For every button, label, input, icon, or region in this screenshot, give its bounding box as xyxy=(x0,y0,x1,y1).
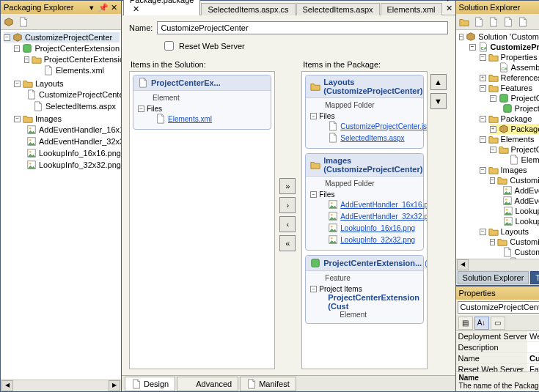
tree-node[interactable]: −ProjectCenterExtension xyxy=(490,93,539,103)
manifest-tab[interactable]: Manifest xyxy=(240,377,296,391)
tab-selecteditems-aspx[interactable]: SelectedItems.aspx xyxy=(296,3,380,15)
expander-icon[interactable]: − xyxy=(480,85,486,92)
expander-icon[interactable]: − xyxy=(490,95,496,102)
move-left-button[interactable]: « xyxy=(279,235,296,251)
property-row[interactable]: NameCustomizeProje xyxy=(456,353,539,364)
view-icon[interactable] xyxy=(518,17,528,27)
expander-icon[interactable]: − xyxy=(14,45,20,52)
expander-icon[interactable]: − xyxy=(310,286,317,292)
tree-leaf[interactable]: AddEventHandler_16x16.png xyxy=(24,125,120,135)
tree-leaf[interactable]: AddEventHandler_16x16.pn xyxy=(500,185,539,196)
solution-explorer-title-bar[interactable]: Solution Explorer ▾ 📌 ✕ xyxy=(456,1,539,14)
packaging-explorer-title-bar[interactable]: Packaging Explorer ▾ 📌 ✕ xyxy=(1,1,121,14)
tree-leaf[interactable]: CustomizeProjectCenter.js xyxy=(24,89,120,100)
expander-icon[interactable]: − xyxy=(138,106,144,112)
expander-icon[interactable]: − xyxy=(24,56,29,63)
property-pages-button[interactable]: ▭ xyxy=(491,317,505,330)
edit-link[interactable]: (Edit) xyxy=(425,259,427,267)
home-icon[interactable] xyxy=(459,17,469,27)
expander-icon[interactable]: − xyxy=(480,54,486,61)
tree-leaf[interactable]: AddEventHandler_32x32.pn xyxy=(500,196,539,206)
expander-icon[interactable]: + xyxy=(480,75,486,81)
categorized-button[interactable]: ▤ xyxy=(458,317,473,330)
expander-icon[interactable]: − xyxy=(459,34,464,40)
tree-leaf[interactable]: Elements.xml xyxy=(500,155,539,165)
view-icon[interactable] xyxy=(18,17,29,27)
tree-leaf[interactable]: AddEventHandler_32x32.png xyxy=(24,136,120,147)
tree-leaf[interactable]: LookupInfo_16x16.png xyxy=(24,148,120,158)
close-icon[interactable]: ✕ xyxy=(109,4,118,12)
tree-leaf-selected[interactable]: +Package.package xyxy=(490,124,539,134)
properties-icon[interactable] xyxy=(503,17,513,27)
name-input[interactable] xyxy=(157,21,447,34)
alphabetical-button[interactable]: A↓ xyxy=(474,317,489,330)
file-link[interactable]: Elements.xml xyxy=(155,113,266,125)
expander-icon[interactable]: − xyxy=(480,116,486,122)
dropdown-icon[interactable]: ▾ xyxy=(87,4,96,12)
expander-icon[interactable]: − xyxy=(310,113,317,119)
expander-icon[interactable]: − xyxy=(490,177,496,184)
expander-icon[interactable]: − xyxy=(310,191,317,198)
refresh-icon[interactable] xyxy=(474,17,484,27)
expander-icon[interactable]: − xyxy=(14,81,21,87)
design-tab[interactable]: Design xyxy=(125,377,175,391)
tree-node[interactable]: −Elements xyxy=(480,134,539,144)
tree-node[interactable]: −CustomizeProjectCenter xyxy=(490,175,539,185)
property-row[interactable]: Deployment Server TypeWebFrontEnd xyxy=(456,331,539,342)
tree-leaf[interactable]: ProjectCenterExtension.feat xyxy=(500,103,539,114)
tree-root[interactable]: − CustomizeProjectCenter xyxy=(4,32,120,42)
file-link[interactable]: SelectedItems.aspx xyxy=(328,132,418,144)
expander-icon[interactable]: + xyxy=(490,126,496,133)
move-down-button[interactable]: ▼ xyxy=(430,93,447,109)
tree-leaf[interactable]: Elements.xml xyxy=(34,65,120,75)
expander-icon[interactable]: − xyxy=(480,136,486,143)
tab-selecteditems-cs[interactable]: SelectedItems.aspx.cs xyxy=(201,3,295,15)
showall-icon[interactable] xyxy=(488,17,499,27)
expander-icon[interactable]: − xyxy=(480,229,486,235)
horizontal-scrollbar[interactable]: ◀ ▶ xyxy=(1,380,121,391)
file-link[interactable]: AddEventHandler_16x16.png xyxy=(328,199,418,210)
solution-explorer-tab[interactable]: Solution Explorer xyxy=(458,271,529,284)
expander-icon[interactable]: − xyxy=(469,44,476,51)
tabs-close-icon[interactable]: ✕ xyxy=(446,4,452,12)
horizontal-scrollbar[interactable]: ◀ ▶ xyxy=(456,259,539,270)
tree-node[interactable]: −ProjectCenterExtension xyxy=(24,54,120,64)
property-row[interactable]: Reset Web ServerFalse xyxy=(456,364,539,371)
tabs-dropdown-icon[interactable]: ▾ xyxy=(446,0,450,3)
tree-node[interactable]: −Images xyxy=(480,165,539,175)
scroll-right-icon[interactable]: ▶ xyxy=(109,380,120,391)
tree-leaf[interactable]: LookupInfo_32x32.png xyxy=(24,160,120,170)
team-explorer-tab[interactable]: Team Explorer xyxy=(530,271,539,284)
tree-leaf[interactable]: LookupInfo_16x16.png xyxy=(500,206,539,216)
tree-node[interactable]: −Layouts xyxy=(480,226,539,237)
file-link[interactable]: AddEventHandler_32x32.png xyxy=(328,210,418,222)
refresh-icon[interactable] xyxy=(4,17,14,27)
file-link[interactable]: CustomizeProjectCenter.js xyxy=(328,120,418,132)
file-link[interactable]: LookupInfo_32x32.png xyxy=(328,234,418,245)
solution-node[interactable]: −Solution 'CustomizeProjectCenter' (1 pr… xyxy=(459,32,539,42)
tree-leaf[interactable]: CustomizeProjectCenter.js xyxy=(500,247,539,257)
move-one-left-button[interactable]: ‹ xyxy=(279,216,296,232)
move-up-button[interactable]: ▲ xyxy=(430,74,447,90)
solution-item-card[interactable]: ProjectCenterEx... Element −Files Elemen… xyxy=(133,75,271,130)
expander-icon[interactable]: − xyxy=(4,34,10,41)
reset-web-server-checkbox[interactable] xyxy=(164,41,174,51)
package-item-card[interactable]: Layouts (CustomizeProjectCenter) Mapped … xyxy=(305,75,423,149)
scroll-left-icon[interactable]: ◀ xyxy=(457,259,469,270)
properties-title-bar[interactable]: Properties ▾ 📌 ✕ xyxy=(456,286,539,300)
tree-node[interactable]: −ProjectCenterExtension xyxy=(14,43,120,53)
tree-leaf[interactable]: SelectedItems.aspx xyxy=(24,101,120,111)
tree-node[interactable]: −CustomizeProjectCenter xyxy=(490,237,539,247)
tree-node[interactable]: −Properties xyxy=(480,52,539,62)
package-item-card[interactable]: ProjectCenterExtension...(Edit) Feature … xyxy=(305,255,423,324)
advanced-tab[interactable]: Advanced xyxy=(177,377,238,391)
tree-node[interactable]: −Features xyxy=(480,83,539,93)
project-node[interactable]: −CustomizeProjectCenter xyxy=(469,42,539,52)
move-one-right-button[interactable]: › xyxy=(279,197,296,213)
scroll-left-icon[interactable]: ◀ xyxy=(1,380,13,391)
tree-node[interactable]: −Images xyxy=(14,114,120,124)
tree-node[interactable]: −Package xyxy=(480,114,539,124)
tree-node[interactable]: +References xyxy=(480,73,539,83)
tree-leaf[interactable]: LookupInfo_32x32.png xyxy=(500,216,539,226)
expander-icon[interactable]: − xyxy=(14,116,21,122)
